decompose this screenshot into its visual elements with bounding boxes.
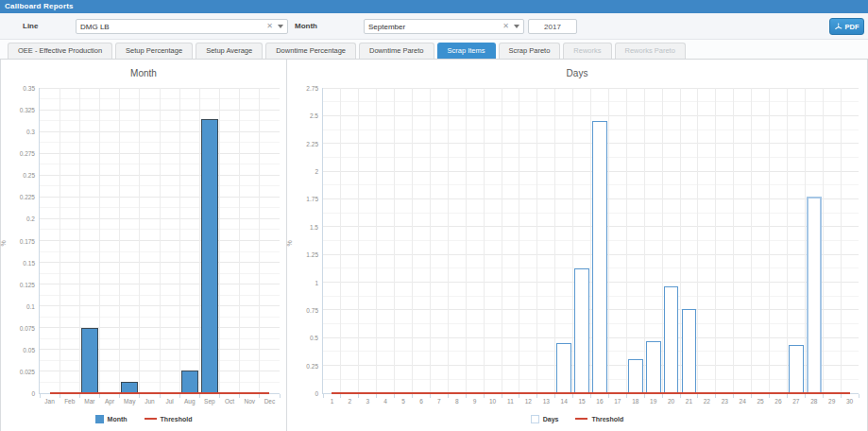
- x-tick-label: 13: [543, 398, 550, 405]
- x-axis-tick: [179, 394, 180, 398]
- gridline: [626, 88, 627, 393]
- line-clear-icon[interactable]: ✕: [266, 23, 273, 30]
- x-axis-tick: [608, 394, 609, 398]
- x-axis-tick: [340, 394, 341, 398]
- chevron-down-icon[interactable]: [278, 25, 283, 28]
- gridline: [519, 88, 519, 393]
- chart-title: Month: [1, 68, 286, 78]
- bar-14[interactable]: [556, 343, 571, 393]
- tab-setup-percentage[interactable]: Setup Percentage: [115, 43, 193, 59]
- x-tick-label: 20: [668, 398, 674, 405]
- x-axis-tick: [280, 394, 281, 398]
- bar-19[interactable]: [646, 341, 661, 393]
- x-axis-tick: [590, 394, 591, 398]
- x-tick-label: 25: [757, 398, 763, 405]
- x-tick-label: 5: [401, 398, 405, 405]
- x-axis-tick: [239, 394, 240, 398]
- x-axis-tick: [644, 394, 645, 398]
- x-axis-tick: [805, 394, 806, 398]
- chevron-down-icon[interactable]: [514, 25, 519, 28]
- x-tick-label: Apr: [105, 398, 114, 405]
- y-tick-label: 0.125: [20, 281, 35, 287]
- y-tick-label: 0.275: [20, 150, 35, 157]
- x-axis-tick: [358, 394, 359, 398]
- gridline: [340, 88, 341, 393]
- gridline: [841, 88, 842, 393]
- legend-item-days[interactable]: Days: [531, 415, 559, 423]
- tab-downtime-percentage[interactable]: Downtime Percentage: [265, 43, 356, 59]
- chart-legend: DaysThreshold: [287, 413, 867, 424]
- year-input[interactable]: [528, 19, 577, 34]
- x-tick-label: 24: [740, 398, 746, 405]
- gridline: [376, 88, 377, 393]
- tab-reworks: Reworks: [563, 43, 611, 59]
- x-axis-tick: [572, 394, 573, 398]
- y-tick-label: 0.05: [23, 346, 35, 353]
- x-axis-tick: [60, 394, 60, 398]
- gridline: [590, 88, 591, 393]
- legend-label: Threshold: [161, 416, 193, 422]
- legend-item-threshold[interactable]: Threshold: [145, 416, 193, 422]
- y-axis-title: %: [286, 240, 293, 246]
- gridline: [536, 88, 537, 393]
- bar-15[interactable]: [574, 268, 589, 393]
- month-select[interactable]: September ✕: [364, 19, 524, 34]
- bar-aug[interactable]: [181, 371, 198, 393]
- bar-28[interactable]: [807, 197, 822, 393]
- callboard-reports-page: Callboard Reports Line DMG LB ✕ Month Se…: [0, 0, 868, 431]
- line-select[interactable]: DMG LB ✕: [76, 19, 288, 34]
- y-tick-label: 2: [315, 168, 318, 175]
- x-tick-label: 7: [437, 398, 441, 405]
- y-tick-label: 0.3: [26, 129, 35, 135]
- threshold-line-icon: [145, 418, 157, 420]
- gridline: [572, 88, 573, 393]
- gridline: [139, 88, 140, 393]
- x-tick-label: Jun: [145, 398, 154, 405]
- x-axis-tick: [394, 394, 395, 398]
- y-tick-label: 0: [315, 390, 318, 397]
- x-axis-tick: [466, 394, 467, 398]
- x-tick-label: 28: [810, 398, 817, 405]
- tab-setup-average[interactable]: Setup Average: [196, 43, 263, 59]
- bar-27[interactable]: [789, 345, 804, 393]
- report-tabs: OEE - Effective ProductionSetup Percenta…: [0, 40, 868, 60]
- bar-18[interactable]: [628, 359, 643, 393]
- x-tick-label: 30: [846, 398, 853, 405]
- tab-scrap-items[interactable]: Scrap Items: [437, 43, 496, 59]
- tab-downtime-pareto[interactable]: Downtime Pareto: [359, 43, 434, 59]
- x-axis-tick: [823, 394, 824, 398]
- gridline: [160, 88, 161, 393]
- x-axis-tick: [99, 394, 100, 398]
- legend-item-threshold[interactable]: Threshold: [575, 416, 623, 422]
- pdf-icon: [835, 23, 842, 31]
- legend-item-month[interactable]: Month: [95, 415, 128, 423]
- x-tick-label: Dec: [264, 398, 276, 405]
- y-tick-label: 0.2: [26, 216, 35, 222]
- y-tick-label: 0.25: [23, 172, 35, 179]
- tab-reworks-pareto: Reworks Pareto: [615, 43, 686, 59]
- x-tick-label: 8: [455, 398, 459, 405]
- chart-title: Days: [287, 68, 867, 78]
- bar-21[interactable]: [682, 309, 697, 393]
- x-axis-tick: [412, 394, 413, 398]
- gridline: [179, 88, 180, 393]
- pdf-button[interactable]: PDF: [829, 18, 864, 35]
- x-axis-tick: [119, 394, 120, 398]
- bar-20[interactable]: [664, 286, 679, 393]
- gridline: [466, 88, 467, 393]
- bar-16[interactable]: [592, 121, 607, 393]
- gridline: [823, 88, 824, 393]
- threshold-line-icon: [575, 418, 587, 420]
- series-swatch-icon: [531, 415, 539, 423]
- tab-oee-effective-production[interactable]: OEE - Effective Production: [8, 43, 112, 59]
- y-tick-label: 0.75: [306, 306, 318, 313]
- tab-scrap-pareto[interactable]: Scrap Pareto: [499, 43, 561, 59]
- bar-sep[interactable]: [201, 119, 218, 393]
- month-clear-icon[interactable]: ✕: [502, 23, 509, 30]
- y-tick-label: 0.075: [20, 324, 35, 331]
- x-tick-label: 26: [774, 398, 781, 405]
- gridline: [358, 88, 359, 393]
- bar-mar[interactable]: [81, 328, 98, 393]
- x-tick-label: 19: [650, 398, 656, 405]
- y-axis-title: %: [0, 240, 7, 246]
